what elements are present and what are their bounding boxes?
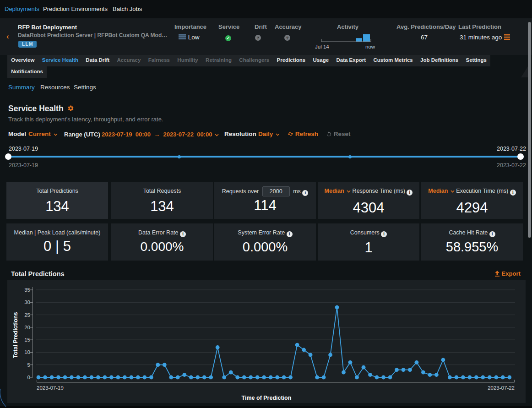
svg-text:Jul 14: Jul 14 [315, 44, 329, 49]
svg-text:10: 10 [24, 349, 30, 355]
svg-text:5: 5 [27, 362, 30, 368]
svg-text:15: 15 [24, 337, 30, 343]
svg-text:30: 30 [24, 299, 30, 305]
svg-text:2023-07-19: 2023-07-19 [37, 385, 64, 391]
svg-text:35: 35 [24, 287, 30, 293]
svg-text:2023-07-22: 2023-07-22 [488, 385, 515, 391]
svg-text:20: 20 [24, 325, 30, 330]
svg-text:25: 25 [24, 312, 30, 318]
svg-text:now: now [365, 44, 375, 49]
svg-text:0: 0 [27, 375, 30, 380]
